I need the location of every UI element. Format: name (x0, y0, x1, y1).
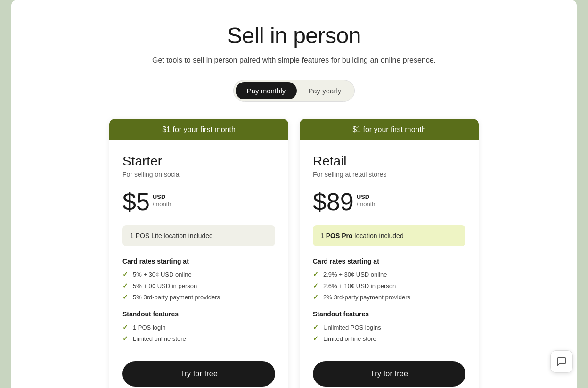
retail-standout-list: ✓ Unlimited POS logins ✓ Limited online … (313, 323, 466, 342)
starter-price-period: /month (153, 200, 172, 207)
list-item: ✓ Limited online store (313, 335, 466, 342)
starter-standout-section: Standout features ✓ 1 POS login ✓ Limite… (122, 310, 275, 342)
page-title: Sell in person (227, 23, 361, 49)
starter-rate-3: 5% 3rd-party payment providers (133, 294, 220, 301)
starter-standout-list: ✓ 1 POS login ✓ Limited online store (122, 323, 275, 342)
starter-plan-card: $1 for your first month Starter For sell… (109, 119, 288, 388)
retail-plan-description: For selling at retail stores (313, 171, 466, 178)
retail-location-suffix: location included (352, 232, 403, 239)
starter-price-currency: USD (153, 193, 172, 200)
starter-plan-name: Starter (122, 154, 275, 169)
page-subtitle: Get tools to sell in person paired with … (152, 56, 436, 65)
starter-rate-1: 5% + 30¢ USD online (133, 271, 192, 278)
starter-standout-label: Standout features (122, 310, 275, 318)
retail-price-details: USD /month (357, 193, 376, 207)
list-item: ✓ 5% + 30¢ USD online (122, 271, 275, 278)
starter-card-rates-label: Card rates starting at (122, 257, 275, 265)
retail-price-amount: $89 (313, 190, 354, 214)
retail-plan-name: Retail (313, 154, 466, 169)
retail-pos-pro-link[interactable]: POS Pro (326, 232, 353, 239)
billing-toggle: Pay monthly Pay yearly (233, 80, 355, 102)
starter-card-rates-list: ✓ 5% + 30¢ USD online ✓ 5% + 0¢ USD in p… (122, 271, 275, 301)
retail-price-currency: USD (357, 193, 376, 200)
list-item: ✓ 5% 3rd-party payment providers (122, 293, 275, 301)
list-item: ✓ 2.6% + 10¢ USD in person (313, 282, 466, 289)
list-item: ✓ 2% 3rd-party payment providers (313, 293, 466, 301)
starter-location-text: 1 POS Lite location included (130, 232, 213, 239)
retail-location-badge: 1 POS Pro location included (313, 225, 466, 246)
starter-try-button[interactable]: Try for free (122, 361, 275, 387)
retail-rate-2: 2.6% + 10¢ USD in person (323, 282, 396, 289)
check-icon: ✓ (122, 323, 128, 331)
list-item: ✓ 2.9% + 30¢ USD online (313, 271, 466, 278)
starter-standout-1: 1 POS login (133, 324, 165, 331)
retail-rate-1: 2.9% + 30¢ USD online (323, 271, 387, 278)
chat-icon (556, 356, 567, 367)
retail-promo-banner: $1 for your first month (300, 119, 479, 140)
starter-location-badge: 1 POS Lite location included (122, 225, 275, 246)
check-icon: ✓ (122, 282, 128, 289)
check-icon: ✓ (313, 293, 318, 301)
starter-plan-description: For selling on social (122, 171, 275, 178)
plans-container: $1 for your first month Starter For sell… (109, 119, 479, 388)
starter-rate-2: 5% + 0¢ USD in person (133, 282, 197, 289)
retail-standout-2: Limited online store (323, 335, 376, 342)
retail-price-period: /month (357, 200, 376, 207)
list-item: ✓ 5% + 0¢ USD in person (122, 282, 275, 289)
pay-yearly-button[interactable]: Pay yearly (297, 82, 352, 99)
check-icon: ✓ (313, 282, 318, 289)
pay-monthly-button[interactable]: Pay monthly (236, 82, 297, 99)
retail-rate-3: 2% 3rd-party payment providers (323, 294, 410, 301)
starter-promo-banner: $1 for your first month (109, 119, 288, 140)
list-item: ✓ Limited online store (122, 335, 275, 342)
check-icon: ✓ (122, 293, 128, 301)
retail-standout-label: Standout features (313, 310, 466, 318)
retail-card-body: Retail For selling at retail stores $89 … (300, 140, 479, 388)
starter-card-body: Starter For selling on social $5 USD /mo… (109, 140, 288, 388)
retail-standout-section: Standout features ✓ Unlimited POS logins… (313, 310, 466, 342)
retail-try-button[interactable]: Try for free (313, 361, 466, 387)
starter-standout-2: Limited online store (133, 335, 186, 342)
page-container: Sell in person Get tools to sell in pers… (11, 0, 577, 388)
check-icon: ✓ (313, 335, 318, 342)
list-item: ✓ 1 POS login (122, 323, 275, 331)
starter-price-amount: $5 (122, 190, 150, 214)
chat-widget[interactable] (550, 350, 573, 373)
retail-standout-1: Unlimited POS logins (323, 324, 381, 331)
retail-plan-card: $1 for your first month Retail For selli… (300, 119, 479, 388)
check-icon: ✓ (122, 271, 128, 278)
retail-card-rates-list: ✓ 2.9% + 30¢ USD online ✓ 2.6% + 10¢ USD… (313, 271, 466, 301)
starter-price-row: $5 USD /month (122, 190, 275, 214)
retail-location-prefix: 1 (320, 232, 326, 239)
list-item: ✓ Unlimited POS logins (313, 323, 466, 331)
retail-card-rates-label: Card rates starting at (313, 257, 466, 265)
check-icon: ✓ (313, 271, 318, 278)
starter-price-details: USD /month (153, 193, 172, 207)
check-icon: ✓ (122, 335, 128, 342)
check-icon: ✓ (313, 323, 318, 331)
retail-price-row: $89 USD /month (313, 190, 466, 214)
